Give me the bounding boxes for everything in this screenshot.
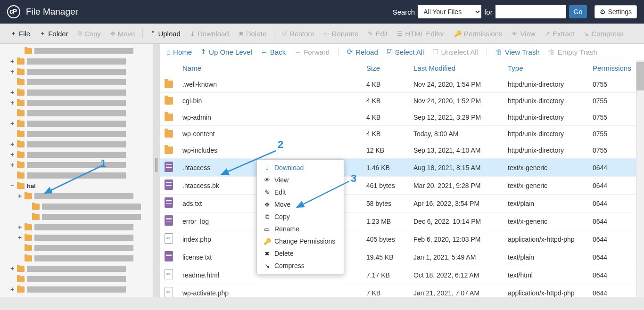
tree-expander-icon[interactable]: +	[9, 151, 15, 158]
cell-perms: 0644	[588, 195, 636, 212]
tree-expander-icon[interactable]: +	[9, 161, 15, 169]
table-row[interactable]: wp-content4 KBToday, 8:00 AMhttpd/unix-d…	[160, 126, 636, 142]
context-rename[interactable]: ▭Rename	[257, 223, 344, 235]
tree-item[interactable]: +	[0, 263, 153, 274]
tree-item[interactable]	[0, 201, 153, 212]
tree-expander-icon[interactable]: +	[9, 68, 15, 75]
tree-item[interactable]	[0, 212, 153, 222]
tree-expander-icon[interactable]: +	[17, 192, 23, 200]
cell-type: text/plain	[503, 195, 588, 212]
context-copy[interactable]: ⧉Copy	[257, 211, 344, 223]
tree-item[interactable]	[0, 108, 153, 118]
toolbar-upload[interactable]: ⤒Upload	[146, 27, 185, 41]
search-go-button[interactable]: Go	[569, 5, 587, 18]
cell-size: 58 bytes	[362, 195, 409, 212]
context-delete[interactable]: ✖Delete	[257, 247, 344, 260]
toolbar-edit: ✎Edit	[363, 27, 392, 41]
tree-expander-icon[interactable]: +	[17, 234, 23, 241]
cell-type: text/x-generic	[503, 159, 588, 177]
vertical-scrollbar[interactable]	[636, 60, 644, 297]
table-row[interactable]: index.php405 bytesFeb 6, 2020, 12:03 PMa…	[160, 230, 636, 248]
search-scope-select[interactable]: All Your Files	[418, 5, 481, 18]
toolbar-file[interactable]: ＋File	[6, 26, 35, 41]
splitter-handle[interactable]	[153, 44, 160, 297]
folder-tree-sidebar[interactable]: ++++++++−hal+++++	[0, 44, 153, 297]
tree-item[interactable]	[0, 253, 153, 263]
col-type[interactable]: Type	[503, 60, 588, 76]
tree-item[interactable]: +	[0, 284, 153, 294]
folder-icon	[25, 193, 32, 199]
context-move[interactable]: ✥Move	[257, 198, 344, 211]
table-row[interactable]: license.txt19.45 KBJan 1, 2021, 5:49 AMt…	[160, 248, 636, 266]
tree-item[interactable]: +	[0, 232, 153, 243]
action-up-one-level[interactable]: ↥Up One Level	[200, 48, 252, 56]
table-row[interactable]: wp-includes12 KBSep 13, 2021, 4:10 AMhtt…	[160, 142, 636, 159]
settings-button[interactable]: ⚙ Settings	[594, 5, 637, 18]
tree-item[interactable]: +	[0, 191, 153, 201]
cell-name: cgi-bin	[178, 93, 362, 109]
table-row[interactable]: .htaccess1.46 KBAug 18, 2021, 8:15 AMtex…	[160, 159, 636, 177]
tree-item[interactable]: +	[0, 98, 153, 108]
toolbar-separator	[142, 29, 143, 38]
action-view-trash[interactable]: 🗑View Trash	[495, 48, 540, 56]
tree-item[interactable]	[0, 77, 153, 87]
toolbar-view: 👁View	[507, 27, 540, 41]
action-reload[interactable]: ⟳Reload	[347, 48, 378, 56]
toolbar-delete: ✖Delete	[234, 27, 271, 41]
tree-item[interactable]: +	[0, 149, 153, 160]
cell-modified: Dec 6, 2022, 10:14 PM	[409, 212, 503, 230]
tree-expander-icon[interactable]: +	[9, 99, 15, 106]
folder-icon	[165, 147, 173, 154]
tree-item[interactable]	[0, 170, 153, 180]
cell-perms: 0644	[588, 212, 636, 230]
tree-item[interactable]: +	[0, 87, 153, 98]
tree-expander-icon[interactable]: +	[9, 286, 15, 293]
table-row[interactable]: wp-activate.php7 KBJan 21, 2021, 7:07 AM…	[160, 284, 636, 298]
toolbar-folder[interactable]: ＋Folder	[35, 26, 73, 41]
table-row[interactable]: cgi-bin4 KBNov 24, 2020, 1:52 PMhttpd/un…	[160, 93, 636, 109]
folder-icon	[17, 286, 25, 293]
tree-item[interactable]: +	[0, 66, 153, 77]
cell-name: .well-known	[178, 76, 362, 93]
tree-item[interactable]: −hal	[0, 180, 153, 191]
cell-size: 12 KB	[362, 142, 409, 159]
col-modified[interactable]: Last Modified	[409, 60, 503, 76]
context-view[interactable]: 👁View	[257, 174, 344, 186]
context-change-permissions[interactable]: 🔑Change Permissions	[257, 235, 344, 247]
tree-item[interactable]: +	[0, 118, 153, 129]
table-row[interactable]: wp-admin4 KBSep 12, 2021, 3:29 PMhttpd/u…	[160, 109, 636, 126]
col-name[interactable]: Name	[178, 60, 362, 76]
tree-item[interactable]	[0, 243, 153, 253]
table-row[interactable]: ads.txt58 bytesApr 16, 2022, 3:54 PMtext…	[160, 195, 636, 212]
tree-expander-icon[interactable]: +	[9, 120, 15, 127]
context-menu: ⤓Download👁View✎Edit✥Move⧉Copy▭Rename🔑Cha…	[256, 159, 344, 274]
tree-expander-icon[interactable]: +	[17, 223, 23, 231]
tree-item[interactable]: +	[0, 139, 153, 149]
tree-item[interactable]	[0, 46, 153, 56]
tree-expander-icon[interactable]: +	[9, 89, 15, 96]
search-input[interactable]	[495, 5, 566, 18]
tree-item[interactable]: +	[0, 160, 153, 170]
action-forward: →Forward	[294, 48, 330, 56]
action-select-all[interactable]: ☑Select All	[387, 48, 424, 56]
tree-expander-icon[interactable]: +	[9, 265, 15, 272]
tree-item[interactable]	[0, 274, 153, 284]
table-row[interactable]: .htaccess.bk461 bytesMar 20, 2021, 9:28 …	[160, 177, 636, 195]
col-icon[interactable]	[160, 60, 178, 76]
tree-item[interactable]: +	[0, 222, 153, 232]
context-edit[interactable]: ✎Edit	[257, 186, 344, 198]
action-home[interactable]: ⌂Home	[166, 48, 192, 56]
action-back[interactable]: ←Back	[261, 48, 286, 56]
col-size[interactable]: Size	[362, 60, 409, 76]
tree-expander-icon[interactable]: −	[9, 182, 15, 189]
tree-expander-icon[interactable]: +	[9, 140, 15, 148]
context-download[interactable]: ⤓Download	[257, 162, 344, 174]
table-row[interactable]: .well-known4 KBNov 24, 2020, 1:54 PMhttp…	[160, 76, 636, 93]
tree-item[interactable]	[0, 129, 153, 139]
tree-expander-icon[interactable]: +	[9, 57, 15, 65]
tree-item[interactable]: +	[0, 56, 153, 66]
context-compress[interactable]: ↘Compress	[257, 260, 344, 272]
col-perms[interactable]: Permissions	[588, 60, 636, 76]
table-row[interactable]: readme.html7.17 KBOct 18, 2022, 6:12 AMt…	[160, 266, 636, 284]
table-row[interactable]: error_log1.23 MBDec 6, 2022, 10:14 PMtex…	[160, 212, 636, 230]
